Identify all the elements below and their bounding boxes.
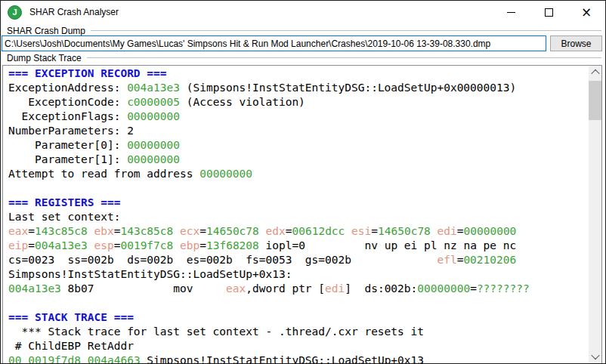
dump-line: 00 0019f7d8 004a4663 Simpsons!InstStatEn…: [8, 354, 601, 364]
dump-line: === STACK TRACE ===: [8, 311, 601, 325]
close-icon: ×: [581, 6, 592, 19]
dump-line: Attempt to read from address 00000000: [8, 168, 601, 182]
stack-trace-group-header: Dump Stack Trace: [7, 52, 601, 63]
close-button[interactable]: ×: [567, 1, 605, 23]
dump-line: === REGISTERS ===: [8, 196, 601, 211]
window-title: SHAR Crash Analyser: [29, 7, 119, 17]
dump-line: Parameter[0]: 00000000: [8, 139, 601, 153]
crash-dump-label: SHAR Crash Dump: [7, 26, 85, 36]
dump-line: eip=004a13e3 esp=0019f7c8 ebp=13f68208 i…: [8, 239, 601, 254]
dump-line: ExceptionFlags: 00000000: [8, 110, 601, 125]
dump-line: NumberParameters: 2: [8, 125, 601, 139]
app-window: J SHAR Crash Analyser × SHAR Crash Dump …: [0, 0, 606, 364]
minimize-button[interactable]: [492, 1, 530, 23]
dump-line: [8, 182, 601, 196]
minimize-icon: [507, 12, 515, 13]
dump-line: Simpsons!InstStatEntityDSG::LoadSetUp+0x…: [8, 268, 601, 282]
dump-line: ExceptionCode: c0000005 (Access violatio…: [8, 96, 601, 110]
browse-button[interactable]: Browse: [550, 35, 602, 51]
scrollbar-thumb[interactable]: [589, 81, 601, 120]
dump-line: *** Stack trace for last set context - .…: [8, 325, 601, 340]
title-bar: J SHAR Crash Analyser ×: [1, 1, 605, 23]
chevron-down-icon: [591, 351, 599, 359]
dump-output-area[interactable]: === EXCEPTION RECORD ===ExceptionAddress…: [2, 65, 602, 364]
chevron-up-icon: [591, 69, 599, 78]
app-icon: J: [8, 5, 22, 20]
scroll-down-button[interactable]: [589, 350, 601, 363]
stack-trace-rule: [87, 57, 601, 58]
dump-line: === EXCEPTION RECORD ===: [8, 67, 601, 82]
dump-line: cs=0023 ss=002b ds=002b es=002b fs=0053 …: [8, 254, 601, 268]
vertical-scrollbar[interactable]: [589, 66, 601, 363]
scroll-up-button[interactable]: [589, 66, 601, 79]
window-controls: ×: [492, 1, 605, 23]
dump-line: ExceptionAddress: 004a13e3 (Simpsons!Ins…: [8, 82, 601, 96]
dump-line: Last set context:: [8, 211, 601, 225]
dump-line: # ChildEBP RetAddr: [8, 340, 601, 354]
crash-dump-group-header: SHAR Crash Dump: [7, 25, 601, 36]
dump-line: 004a13e3 8b07 mov eax,dword ptr [edi] ds…: [8, 282, 601, 297]
crash-dump-rule: [91, 30, 601, 31]
dump-line: [8, 297, 601, 311]
dump-text[interactable]: === EXCEPTION RECORD ===ExceptionAddress…: [3, 66, 601, 364]
crash-dump-path-input[interactable]: [2, 35, 546, 51]
maximize-icon: [545, 8, 553, 17]
maximize-button[interactable]: [530, 1, 567, 23]
dump-line: eax=143c85c8 ebx=143c85c8 ecx=14650c78 e…: [8, 225, 601, 239]
stack-trace-label: Dump Stack Trace: [7, 53, 82, 63]
dump-line: Parameter[1]: 00000000: [8, 153, 601, 168]
